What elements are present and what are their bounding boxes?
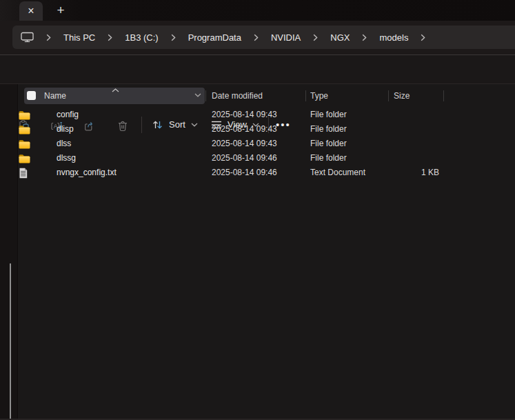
chevron-right-icon[interactable] [46,34,51,41]
chevron-right-icon[interactable] [254,34,259,41]
column-header-size[interactable]: Size [394,88,410,104]
file-type: File folder [310,137,347,151]
file-size [388,137,439,151]
column-divider[interactable] [305,90,306,101]
chevron-right-icon[interactable] [171,34,176,41]
this-pc-icon[interactable] [21,32,34,43]
file-name: config [57,108,79,122]
chevron-right-icon[interactable] [313,34,318,41]
file-type: Text Document [310,166,365,180]
file-size [388,108,439,122]
file-date: 2025-08-14 09:43 [212,122,277,137]
file-row-dlssg[interactable]: dlssg 2025-08-14 09:46 File folder [19,151,515,166]
breadcrumb-item-programdata[interactable]: ProgramData [188,32,241,43]
file-name: dlisp [57,122,74,137]
file-date: 2025-08-14 09:43 [212,137,277,151]
explorer-tab[interactable]: × [19,1,43,21]
file-type: File folder [310,108,347,122]
column-header-name[interactable]: Name [24,88,205,104]
toolbar: A Sort View ••• [0,55,515,83]
file-type: File folder [310,151,347,166]
file-size [388,151,439,166]
column-header-type[interactable]: Type [310,88,328,104]
chevron-right-icon[interactable] [362,34,367,41]
file-type: File folder [310,122,347,137]
breadcrumb-item-this-pc[interactable]: This PC [63,32,95,43]
chevron-down-icon[interactable] [194,93,201,97]
file-date: 2025-08-14 09:43 [212,108,277,122]
column-divider[interactable] [443,90,444,101]
tab-bar: × + [0,0,515,21]
chevron-right-icon[interactable] [108,34,112,41]
file-name: dlss [57,137,71,151]
breadcrumb-item-models[interactable]: models [379,32,408,43]
breadcrumb-item-ngx[interactable]: NGX [330,32,350,43]
breadcrumb-item-drive[interactable]: 1B3 (C:) [125,32,158,43]
address-bar[interactable]: This PC 1B3 (C:) ProgramData NVIDIA NGX … [12,26,515,49]
file-date: 2025-08-14 09:46 [212,151,277,166]
file-date: 2025-08-14 09:46 [212,166,277,180]
file-size: 1 KB [388,166,439,180]
file-row-nvngx-config[interactable]: nvngx_config.txt 2025-08-14 09:46 Text D… [19,166,515,180]
close-tab-icon[interactable]: × [28,6,34,17]
column-divider[interactable] [205,90,206,101]
file-name: nvngx_config.txt [57,166,117,180]
chevron-right-icon[interactable] [421,34,425,41]
address-bar-row: This PC 1B3 (C:) ProgramData NVIDIA NGX … [0,21,515,54]
file-row-config[interactable]: config 2025-08-14 09:43 File folder [19,108,515,122]
left-scrollbar[interactable] [10,263,11,420]
toolbar-content-divider [0,83,515,84]
new-tab-button[interactable]: + [52,2,69,19]
breadcrumb-item-nvidia[interactable]: NVIDIA [271,32,301,43]
sort-ascending-icon [112,88,119,92]
column-divider[interactable] [388,90,389,101]
file-row-dlisp[interactable]: dlisp 2025-08-14 09:43 File folder [19,122,515,137]
column-header-label: Name [44,88,66,104]
file-row-dlss[interactable]: dlss 2025-08-14 09:43 File folder [19,137,515,151]
file-size [388,122,439,137]
column-header-date[interactable]: Date modified [212,88,263,104]
select-all-checkbox[interactable] [27,91,36,100]
file-name: dlssg [57,151,76,166]
nav-pane-strip [0,84,18,420]
